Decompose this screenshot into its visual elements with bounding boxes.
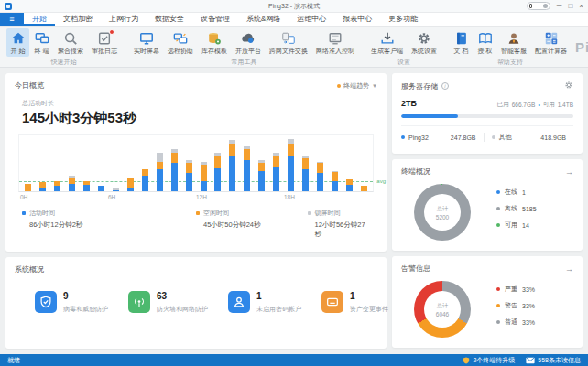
chart-bar-hour-18[interactable] (284, 135, 299, 191)
system-stat-card-3[interactable]: 1资产变更事件 (301, 291, 388, 314)
chart-bar-hour-22[interactable] (342, 135, 356, 191)
close-button[interactable]: × (579, 3, 583, 10)
menu-tab-2[interactable]: 上网行为 (101, 13, 147, 26)
ribbon-license-button[interactable]: 授 权 (474, 28, 496, 57)
chart-bar-hour-0[interactable] (21, 135, 36, 191)
mode-toggle[interactable] (527, 2, 550, 10)
ribbon-home-button[interactable]: 开 始 (6, 28, 29, 57)
chart-bar-hour-15[interactable] (240, 135, 255, 191)
shield-icon (463, 357, 470, 364)
stat-idle-time: 空闲时间 45小时50分钟24秒 (196, 209, 308, 239)
system-stat-card-2[interactable]: 1未启用密码帐户 (208, 291, 301, 314)
chart-bar-hour-16[interactable] (255, 135, 269, 191)
trend-selector[interactable]: 终端趋势 ▼ (337, 81, 377, 91)
donut-center-label: 总计 (437, 205, 448, 213)
x-tick-label (269, 192, 284, 201)
ribbon-settings-button[interactable]: 系统设置 (408, 28, 441, 57)
chart-bar-hour-12[interactable] (196, 135, 211, 191)
chart-x-axis: 0H6H12H18H (18, 192, 374, 201)
info-icon[interactable]: i (441, 82, 449, 90)
chart-bar-hour-3[interactable] (65, 135, 80, 191)
system-stat-card-0[interactable]: 9病毒和威胁防护 (15, 291, 108, 314)
bar-segment (332, 172, 338, 181)
chart-bar-hour-14[interactable] (225, 135, 240, 191)
ribbon-live-screen-button[interactable]: 实时屏幕 (130, 28, 163, 57)
ribbon-approval-log-button[interactable]: 审批日志 (88, 28, 121, 57)
legend-value: 418.9GB (540, 135, 573, 141)
chart-bar-hour-20[interactable] (312, 135, 327, 191)
menu-tab-0[interactable]: 开始 (24, 13, 55, 26)
menu-tab-5[interactable]: 系统&网络 (238, 13, 289, 26)
ribbon-item-label: 系统设置 (411, 47, 437, 56)
bar-segment (157, 169, 163, 191)
chart-bar-hour-2[interactable] (50, 135, 65, 191)
x-tick-label (181, 192, 196, 201)
maximize-button[interactable]: □ (568, 3, 572, 10)
x-tick-label (211, 192, 225, 201)
open-panel-arrow-icon[interactable]: → (565, 264, 573, 274)
chart-bar-hour-10[interactable] (167, 135, 181, 191)
chart-bar-hour-9[interactable] (152, 135, 167, 191)
stat-number: 1 (350, 291, 388, 301)
chart-bar-hour-21[interactable] (327, 135, 342, 191)
legend-item: 严重33% (496, 285, 535, 294)
ribbon-terminals-button[interactable]: 终 端 (30, 28, 53, 57)
bar-segment (229, 144, 235, 156)
bar-segment (332, 181, 338, 191)
chart-bar-hour-17[interactable] (269, 135, 284, 191)
bar-segment (317, 163, 323, 173)
chart-bar-hour-6[interactable] (109, 135, 124, 191)
storage-legend-ping32: Ping32 247.8GB (401, 135, 484, 141)
chart-bar-hour-5[interactable] (94, 135, 109, 191)
menu-tab-4[interactable]: 设备管理 (192, 13, 238, 26)
ribbon-support-button[interactable]: 智能客服 (497, 28, 530, 57)
menu-tab-6[interactable]: 运维中心 (289, 13, 334, 26)
bar-segment (244, 160, 250, 191)
menu-tab-3[interactable]: 数据安全 (147, 13, 192, 26)
ribbon-remote-assist-button[interactable]: 远程协助 (164, 28, 197, 57)
chart-bar-hour-1[interactable] (36, 135, 50, 191)
open-panel-arrow-icon[interactable]: → (565, 167, 573, 177)
chart-bar-hour-8[interactable] (137, 135, 152, 191)
ribbon-network-access-button[interactable]: 网络准入控制 (312, 28, 358, 57)
network-access-icon (328, 30, 343, 46)
panel-title: 今日概览 (15, 81, 44, 91)
terminals-icon (34, 30, 49, 46)
ribbon-file-exchange-button[interactable]: 跨网文件交换 (266, 28, 311, 57)
ribbon-inventory-template-button[interactable]: 库存模板 (198, 28, 231, 57)
total-activity-label: 总活动时长 (22, 99, 387, 108)
ribbon-search-button[interactable]: 聚合搜索 (54, 28, 87, 57)
chart-bar-hour-19[interactable] (299, 135, 313, 191)
ribbon-calculator-button[interactable]: 配置计算器 (531, 28, 571, 57)
ribbon-open-platform-button[interactable]: 开放平台 (232, 28, 265, 57)
chart-bar-hour-4[interactable] (80, 135, 94, 191)
ribbon-item-label: 终 端 (35, 47, 49, 56)
menu-tab-1[interactable]: 文档加密 (55, 13, 101, 26)
system-stat-card-1[interactable]: 63防火墙和网络防护 (108, 291, 208, 314)
generate-client-icon (379, 30, 395, 46)
x-tick-label (123, 192, 137, 201)
menu-tab-8[interactable]: 更多功能 (380, 13, 426, 26)
bar-segment (98, 186, 104, 191)
x-tick-label (357, 192, 372, 201)
chart-bar-hour-23[interactable] (356, 135, 371, 191)
time-stats-row: 活动时间 86小时12分钟2秒 空闲时间 45小时50分钟24秒 锁屏时间 12… (5, 201, 387, 239)
legend-label: 在线 (505, 188, 517, 197)
minimize-button[interactable]: ─ (557, 3, 562, 10)
upgrade-status[interactable]: 2个终端待升级 (463, 356, 515, 365)
chart-bar-hour-13[interactable] (211, 135, 225, 191)
ribbon-generate-client-button[interactable]: 生成客户端 (367, 28, 407, 57)
chart-bar-hour-7[interactable] (123, 135, 137, 191)
file-menu-button[interactable]: ≡ (0, 13, 24, 26)
ribbon-toolbar: 开 始终 端聚合搜索审批日志快速开始实时屏幕远程协助库存模板开放平台跨网文件交换… (0, 27, 588, 68)
ribbon-group-label: 设置 (363, 57, 445, 69)
menu-tab-7[interactable]: 报表中心 (334, 13, 380, 26)
storage-legend-other: 其他 418.9GB (492, 133, 574, 142)
storage-settings-gear-icon[interactable] (564, 81, 573, 92)
ribbon-docs-button[interactable]: 文 档 (450, 28, 473, 57)
messages-status[interactable]: 558条未读信息 (526, 356, 581, 365)
legend-item: 可用14 (496, 221, 537, 230)
chart-bar-hour-11[interactable] (181, 135, 196, 191)
approval-log-icon (97, 30, 113, 46)
legend-dot-icon (492, 135, 495, 139)
